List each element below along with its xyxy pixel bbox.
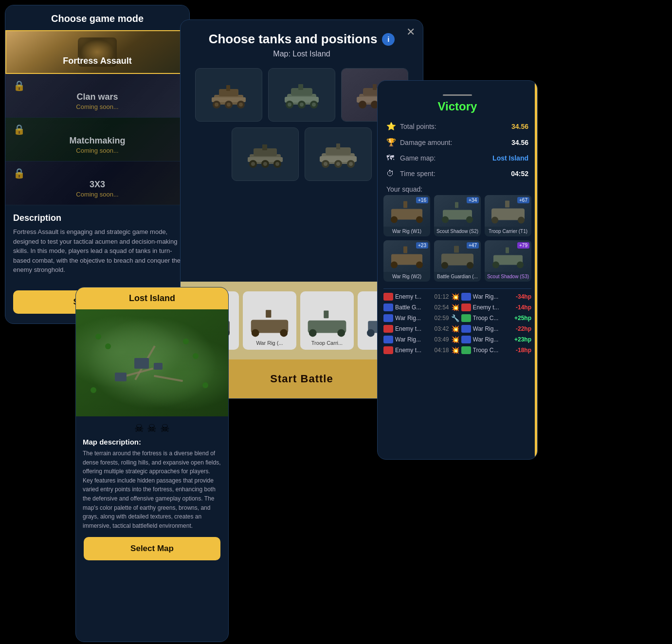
log-row-5: Enemy t... 04:18 💥 Troop C... -18hp [383, 346, 531, 354]
svg-point-83 [467, 262, 473, 269]
tank-card-4[interactable] [232, 127, 299, 181]
svg-rect-13 [298, 84, 303, 90]
svg-point-36 [263, 162, 267, 166]
battle-log: Enemy t... 01:12 💥 War Rig... -34hp Batt… [378, 286, 537, 360]
stat-value-map: Lost Island [492, 154, 528, 162]
log-time-5: 04:18 [434, 347, 449, 354]
log-time-0: 01:12 [434, 293, 449, 300]
log-action-5: 💥 [451, 346, 459, 354]
squad-card-1: +16 War Rig (W1) [383, 195, 430, 236]
log-icon-2b [461, 314, 471, 322]
log-icon-3b [461, 325, 471, 333]
log-row-3: Enemy t... 03:42 💥 War Rig... -22hp [383, 325, 531, 333]
svg-point-59 [337, 329, 345, 337]
svg-point-71 [466, 216, 473, 223]
stat-label-points: Total points: [400, 123, 511, 130]
top-divider [443, 94, 472, 96]
gamemode-panel: Choose game mode Fortress Assault 🔒 Clan… [5, 5, 190, 324]
log-value-3: -22hp [512, 325, 531, 332]
victory-title: Victory [378, 100, 537, 113]
svg-rect-65 [403, 201, 407, 208]
tanks-title: Choose tanks and positions i [190, 32, 413, 47]
info-icon[interactable]: i [382, 33, 395, 46]
log-value-5: -18hp [512, 347, 531, 354]
trophy-icon: 🏆 [386, 138, 396, 147]
squad-card-name-2: Scout Shadow (S2) [434, 227, 481, 236]
svg-point-75 [518, 217, 525, 224]
svg-rect-73 [505, 201, 509, 208]
mode-label-clan: Clan wars Coming soon... [76, 92, 118, 110]
map-desc-label: Map description: [76, 438, 228, 449]
description-text: Fortress Assault is engaging and strateg… [13, 227, 182, 275]
log-defender-1: Enemy t... [473, 304, 510, 311]
squad-card-5: +47 Battle Guardian (... [434, 240, 481, 282]
svg-point-67 [416, 216, 423, 223]
map-name: Map: Lost Island [190, 50, 413, 58]
squad-label: Your squad: [378, 181, 537, 195]
squad-badge-4: +23 [416, 242, 428, 249]
log-row-1: Battle G... 02:54 💥 Enemy t... -14hp [383, 304, 531, 311]
squad-badge-2: +34 [467, 197, 479, 203]
svg-rect-57 [324, 310, 328, 318]
log-row-2: War Rig... 02:59 🔧 Troop C... +25hp [383, 314, 531, 322]
svg-rect-53 [266, 310, 271, 318]
log-attacker-3: Enemy t... [395, 325, 432, 332]
squad-card-name-4: War Rig (W2) [383, 272, 430, 282]
svg-point-9 [239, 103, 243, 107]
log-action-2: 🔧 [451, 314, 459, 322]
svg-rect-3 [226, 85, 230, 91]
svg-rect-31 [262, 144, 267, 150]
log-defender-3: War Rig... [473, 325, 510, 332]
squad-card-name-5: Battle Guardian (... [434, 272, 481, 282]
mode-label-fortress: Fortress Assault [63, 56, 131, 66]
log-defender-2: Troop C... [473, 315, 510, 322]
svg-point-35 [251, 162, 255, 166]
stat-label-map: Game map: [400, 154, 492, 162]
time-icon: ⏱ [386, 169, 396, 178]
map-panel-title: Lost Island [76, 287, 228, 309]
mode-label-3x3: 3X3 Coming soon... [76, 179, 118, 198]
squad-card-4: +23 War Rig (W2) [383, 240, 430, 282]
svg-point-25 [359, 101, 366, 108]
squad-card-name-3: Troop Carrier (T1) [485, 227, 531, 236]
stat-row-map: 🗺 Game map: Lost Island [378, 150, 537, 166]
close-button[interactable]: ✕ [406, 26, 415, 38]
svg-rect-81 [454, 246, 459, 253]
tank-card-2[interactable] [268, 68, 335, 122]
log-icon-1b [461, 304, 471, 311]
svg-point-66 [391, 216, 398, 223]
mode-item-matchmaking[interactable]: 🔒 Matchmaking Coming soon... [5, 118, 189, 161]
victory-header: Victory [378, 81, 537, 118]
log-defender-4: War Rig... [473, 336, 510, 343]
bottom-tank-card-3[interactable]: Troop Carri... [300, 291, 354, 350]
squad-card-2: +34 Scout Shadow (S2) [434, 195, 481, 236]
mode-label-matchmaking: Matchmaking Coming soon... [69, 136, 125, 154]
svg-point-47 [349, 162, 353, 166]
stat-label-damage: Damage amount: [400, 139, 511, 146]
squad-card-3: +67 Troop Carrier (T1) [485, 195, 531, 236]
log-attacker-5: Enemy t... [395, 347, 432, 354]
log-value-2: +25hp [512, 315, 531, 322]
log-attacker-2: War Rig... [395, 315, 432, 322]
tank-card-1[interactable] [195, 68, 262, 122]
log-action-4: 💥 [451, 336, 459, 343]
log-icon-5b [461, 346, 471, 354]
log-defender-0: War Rig... [473, 293, 510, 300]
squad-grid: +16 War Rig (W1) +34 Scout Shadow (S2) +… [378, 195, 537, 286]
mode-item-fortress[interactable]: Fortress Assault [5, 30, 189, 74]
tank-card-5[interactable] [305, 127, 372, 181]
stat-row-time: ⏱ Time spent: 04:52 [378, 166, 537, 181]
squad-badge-6: +79 [517, 242, 529, 249]
log-action-3: 💥 [451, 325, 459, 333]
mode-item-3x3[interactable]: 🔒 3X3 Coming soon... [5, 161, 189, 205]
stat-row-points: ⭐ Total points: 34.56 [378, 118, 537, 134]
select-map-button[interactable]: Select Map [84, 537, 220, 560]
tank-svg-1 [209, 80, 248, 109]
map-image-inner [76, 309, 228, 416]
log-icon-4b [461, 336, 471, 343]
stat-label-time: Time spent: [400, 170, 511, 178]
log-time-3: 03:42 [434, 325, 449, 332]
log-icon-1a [383, 304, 393, 311]
mode-item-clan[interactable]: 🔒 Clan wars Coming soon... [5, 74, 189, 118]
bottom-tank-card-2[interactable]: War Rig (... [243, 291, 296, 350]
